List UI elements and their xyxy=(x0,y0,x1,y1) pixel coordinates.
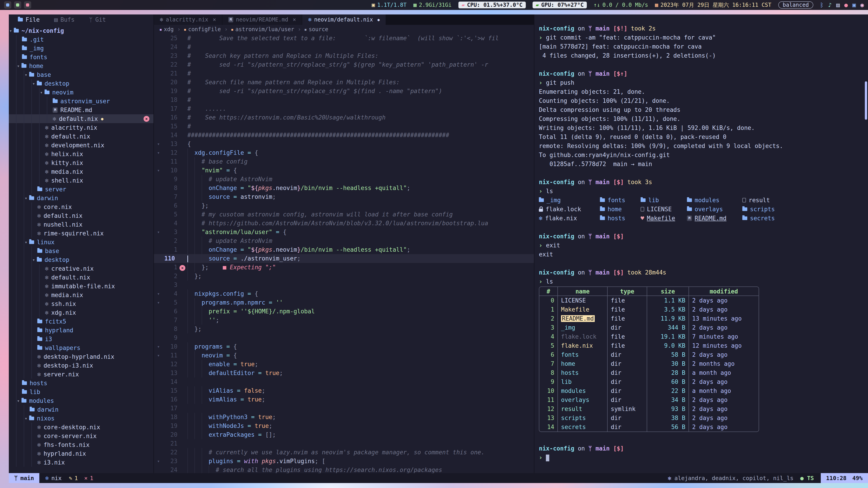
code-line[interactable]: 7 source = astronvim; xyxy=(154,193,534,201)
tree-item-darwin[interactable]: ▾darwin xyxy=(9,194,153,202)
tree-item-desktop[interactable]: ▾desktop xyxy=(9,79,153,88)
code-line[interactable]: 14 xyxy=(154,378,534,386)
tree-item-modules[interactable]: ▾modules xyxy=(9,396,153,405)
tree-item-neovim[interactable]: ▾neovim xyxy=(9,88,153,97)
code-line[interactable]: 1 onChange = "${pkgs.neovim}/bin/nvim --… xyxy=(154,246,534,254)
workspace-2[interactable] xyxy=(14,1,21,8)
breadcrumb-item-xdg[interactable]: ■xdg xyxy=(160,26,174,33)
code-line[interactable]: 21# xyxy=(154,69,534,78)
code-line[interactable]: 9 # update AstroNvim xyxy=(154,175,534,184)
tree-item-i3.nix[interactable]: ❄i3.nix xyxy=(9,458,153,467)
audio-icon[interactable]: ♪ xyxy=(828,2,832,8)
git-branch-indicator[interactable]: ᛘ main xyxy=(9,473,39,483)
tree-item-nixos[interactable]: ▾nixos xyxy=(9,414,153,423)
tree-item-kitty.nix[interactable]: ❄kitty.nix xyxy=(9,158,153,167)
editor-buffer[interactable]: 25# Save the selected text to a file: `:… xyxy=(154,34,534,473)
code-line[interactable]: 6 }; xyxy=(154,201,534,210)
code-line[interactable]: 12 enable = true; xyxy=(154,360,534,369)
code-line[interactable]: 15 viAlias = false; xyxy=(154,386,534,395)
code-line[interactable]: ▾4 nixpkgs.config = { xyxy=(154,289,534,298)
code-line[interactable]: ▾10 "nvim" = { xyxy=(154,166,534,175)
code-line[interactable]: 15# xyxy=(154,122,534,131)
code-line[interactable]: 24 # search all the plugins using https:… xyxy=(154,466,534,473)
code-line[interactable]: 14######################################… xyxy=(154,131,534,140)
tree-item-desktop-i3.nix[interactable]: ❄desktop-i3.nix xyxy=(9,361,153,370)
code-line[interactable]: 2 # update AstroNvim xyxy=(154,236,534,246)
workspace-3[interactable] xyxy=(24,1,31,8)
editor-tab-neovim/default.nix[interactable]: ❄neovim/default.nix● xyxy=(302,14,386,25)
code-line[interactable]: 11 # base config xyxy=(154,157,534,166)
tree-item-xdg.nix[interactable]: ❄xdg.nix xyxy=(9,308,153,317)
code-line[interactable]: 24# xyxy=(154,43,534,52)
tree-item-media.nix[interactable]: ❄media.nix xyxy=(9,167,153,176)
tree-tab-git[interactable]: ᛘGit xyxy=(89,16,106,23)
terminal[interactable]: nix-config on ᛘ main [$!] took 2s› git c… xyxy=(534,14,868,473)
tree-item-helix.nix[interactable]: ❄helix.nix xyxy=(9,150,153,158)
breadcrumb-item-source[interactable]: ■source xyxy=(305,26,329,33)
code-line[interactable]: 20 extraPackages = []; xyxy=(154,430,534,439)
display-icon[interactable]: ▣ xyxy=(852,2,856,8)
tree-item-fcitx5[interactable]: fcitx5 xyxy=(9,317,153,326)
tree-item-default.nix[interactable]: ❄default.nix●× xyxy=(9,114,153,123)
code-line[interactable]: ▾13{ xyxy=(154,140,534,149)
tree-item-~/nix-config[interactable]: ▾~/nix-config xyxy=(9,26,153,35)
code-line[interactable]: 1× }; ■ Expecting ";" xyxy=(154,263,534,272)
code-line[interactable]: 7 ''; xyxy=(154,316,534,325)
tree-item-README.md[interactable]: MREADME.md xyxy=(9,105,153,114)
code-line[interactable]: ▾12 xdg.configFile = { xyxy=(154,149,534,157)
tree-item-core.nix[interactable]: ❄core.nix xyxy=(9,202,153,211)
tree-item-darwin[interactable]: darwin xyxy=(9,405,153,414)
code-line[interactable]: 6 prefix = ''${HOME}/.npm-global xyxy=(154,307,534,316)
tree-item-rime-squirrel.nix[interactable]: ❄rime-squirrel.nix xyxy=(9,229,153,238)
code-line[interactable]: 16 vimAlias = true; xyxy=(154,395,534,404)
tree-item-astronvim_user[interactable]: astronvim_user xyxy=(9,97,153,105)
tree-item-default.nix[interactable]: ❄default.nix xyxy=(9,132,153,141)
tree-item-ssh.nix[interactable]: ❄ssh.nix xyxy=(9,299,153,308)
code-line[interactable]: ▾10 programs = { xyxy=(154,342,534,351)
power-profile[interactable]: balanced xyxy=(778,1,813,8)
tree-item-desktop-hyprland.nix[interactable]: ❄desktop-hyprland.nix xyxy=(9,352,153,361)
code-line[interactable]: 23# Search key pattern and Replace in Mu… xyxy=(154,52,534,60)
code-line[interactable]: 18 withPython3 = true; xyxy=(154,413,534,422)
code-line[interactable]: ▾3 "astronvim/lua/user" = { xyxy=(154,228,534,236)
code-line[interactable]: 22# sed -ri "s/pattern_str/replace_str/g… xyxy=(154,60,534,69)
tree-item-linux[interactable]: ▾linux xyxy=(9,238,153,247)
tree-item-i3[interactable]: i3 xyxy=(9,335,153,344)
bluetooth-icon[interactable]: ᛒ xyxy=(820,2,824,8)
code-line[interactable]: 8 onChange = "${pkgs.neovim}/bin/nvim --… xyxy=(154,184,534,193)
editor-tab-neovim/README.md[interactable]: Mneovim/README.md× xyxy=(222,14,303,25)
tree-item-lib[interactable]: lib xyxy=(9,387,153,396)
tree-item-creative.nix[interactable]: ❄creative.nix xyxy=(9,264,153,273)
tree-item-wallpapers[interactable]: wallpapers xyxy=(9,344,153,352)
tree-item-development.nix[interactable]: ❄development.nix xyxy=(9,141,153,150)
code-line[interactable]: 9 xyxy=(154,333,534,342)
code-line[interactable]: 19# sed -ri "s/pattern_str/replace_str/g… xyxy=(154,87,534,96)
breadcrumb-item-astronvim/lua/user[interactable]: ■astronvim/lua/user xyxy=(231,26,294,33)
workspace-1[interactable] xyxy=(4,1,11,8)
error-indicator[interactable]: × 1 xyxy=(84,475,93,482)
tree-item-base[interactable]: ▾base xyxy=(9,70,153,79)
editor-tab-alacritty.nix[interactable]: ❄alacritty.nix× xyxy=(154,14,222,25)
tree-tab-bufs[interactable]: ▤Bufs xyxy=(54,16,74,23)
code-line[interactable]: 18# xyxy=(154,96,534,104)
code-line[interactable]: 17# ...... xyxy=(154,104,534,113)
tree-item-hosts[interactable]: hosts xyxy=(9,379,153,387)
code-line[interactable]: 19 withNodeJs = true; xyxy=(154,422,534,430)
tree-item-_img[interactable]: _img xyxy=(9,44,153,53)
record-icon[interactable]: ● xyxy=(844,2,848,8)
tree-item-default.nix[interactable]: ❄default.nix xyxy=(9,211,153,220)
code-line[interactable]: ▾5 programs.npm.npmrc = '' xyxy=(154,298,534,307)
code-line[interactable]: 8 }; xyxy=(154,325,534,333)
tree-item-.git[interactable]: .git xyxy=(9,35,153,44)
keyboard-icon[interactable]: ▤ xyxy=(836,2,840,8)
tree-item-alacritty.nix[interactable]: ❄alacritty.nix xyxy=(9,123,153,132)
tree-item-shell.nix[interactable]: ❄shell.nix xyxy=(9,176,153,185)
tree-item-fhs-fonts.nix[interactable]: ❄fhs-fonts.nix xyxy=(9,440,153,449)
code-line[interactable]: 2 }; xyxy=(154,272,534,281)
tree-item-core-desktop.nix[interactable]: ❄core-desktop.nix xyxy=(9,423,153,431)
tree-item-server[interactable]: server xyxy=(9,185,153,194)
code-line[interactable]: 22 # currently we use lazy.nvim as neovi… xyxy=(154,448,534,457)
tree-item-base[interactable]: base xyxy=(9,247,153,255)
code-line[interactable]: 16# See https://astronvim.com/Basic%20Us… xyxy=(154,113,534,122)
code-line[interactable]: 21 xyxy=(154,439,534,448)
